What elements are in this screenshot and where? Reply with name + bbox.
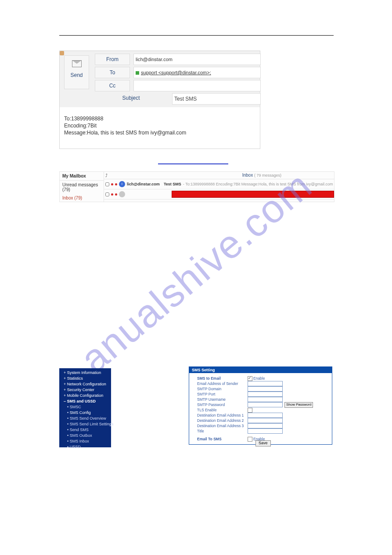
from-label-button[interactable]: From [95, 54, 130, 65]
tls-enable-checkbox[interactable] [248, 408, 252, 413]
nav-sms-send-limit[interactable]: SMS Send Limit Settings [59, 421, 111, 427]
body-line: Encoding:7Bit [64, 122, 255, 129]
nav-network-configuration[interactable]: Network Configuration [59, 381, 111, 387]
envelope-icon [72, 60, 82, 67]
to-value: support <support@dinstar.com>; [141, 70, 211, 75]
title-input[interactable] [248, 428, 283, 434]
from-field[interactable]: lich@dinstar.com [133, 54, 261, 65]
sms-to-email-enable-checkbox[interactable] [248, 376, 252, 381]
smtp-username-input[interactable] [248, 397, 283, 402]
smtp-port-label: SMTP Port [197, 392, 248, 396]
nav-security-center[interactable]: Security Center [59, 387, 111, 393]
nav-ussd[interactable]: USSD [59, 444, 111, 450]
email-composer: Send From lich@dinstar.com To support <s… [59, 51, 260, 149]
dest1-input[interactable] [248, 413, 283, 418]
body-line: To:13899998888 [64, 115, 255, 122]
nav-statistics[interactable]: Statistics [59, 376, 111, 381]
nav-routing-configuration[interactable]: Routing Configuration [59, 450, 111, 456]
dest2-input[interactable] [248, 418, 283, 423]
show-password-button[interactable]: Show Password [284, 402, 313, 408]
sidebar-item-inbox[interactable]: Inbox (79) [60, 194, 104, 202]
smtp-domain-label: SMTP Domain [197, 387, 248, 391]
nav-sms-inbox[interactable]: SMS Inbox [59, 439, 111, 444]
inbox-header-label: Inbox [242, 173, 253, 178]
unread-dot-icon [111, 193, 113, 196]
dest2-label: Destination Email Address 2 [197, 418, 248, 423]
unread-dot-icon [111, 183, 113, 185]
email-to-sms-title: Email To SMS [197, 437, 248, 441]
body-line: Message:Hola, this is test SMS from ivy@… [64, 129, 255, 136]
row-checkbox[interactable] [105, 182, 109, 186]
nav-mobile-configuration[interactable]: Mobile Configuration [59, 393, 111, 399]
nav-sms-and-ussd[interactable]: SMS and USSD [59, 399, 111, 404]
title-field-label: Title [197, 429, 248, 433]
subject-field[interactable]: Test SMS [172, 93, 261, 105]
nav-smsc[interactable]: SMSC [59, 404, 111, 410]
inbox-header-count: ( 79 messages) [254, 173, 281, 178]
tls-enable-label: TLS Enable [197, 408, 248, 412]
to-field[interactable]: support <support@dinstar.com>; [133, 67, 261, 78]
back-icon[interactable]: ⤴ [105, 173, 108, 178]
mailbox-sidebar: My Mailbox Unread messages (79) Inbox (7… [60, 172, 104, 202]
subject-label: Subject [95, 95, 167, 101]
avatar-icon [119, 191, 125, 197]
row-sender: lich@dinstar.com [127, 182, 162, 186]
mailbox-main: ⤴ Inbox ( 79 messages) l lich@dinstar.co… [104, 172, 334, 202]
smtp-port-input[interactable] [248, 392, 283, 397]
config-sidebar: System Information Statistics Network Co… [59, 368, 111, 447]
smtp-password-label: SMTP Password [197, 403, 248, 407]
dest1-label: Destination Email Address 1 [197, 413, 248, 417]
sidebar-item-unread[interactable]: Unread messages (79) [60, 181, 104, 194]
horizontal-rule [59, 35, 334, 36]
contact-chip-icon [136, 71, 139, 75]
nav-sms-send-overview[interactable]: SMS Send Overview [59, 416, 111, 421]
send-label: Send [65, 72, 89, 78]
email-sender-label: Email Address of Sender [197, 381, 248, 386]
row-checkbox[interactable] [105, 192, 109, 196]
cc-label-button[interactable]: Cc [95, 80, 130, 91]
sms-setting-header: SMS Setting [189, 367, 332, 373]
cc-field[interactable] [133, 80, 261, 91]
redaction-bar [172, 191, 334, 198]
dest3-input[interactable] [248, 423, 283, 428]
save-button[interactable]: Save [255, 440, 271, 446]
enable-label: Enable [253, 376, 265, 381]
smtp-domain-input[interactable] [248, 386, 283, 392]
flag-dot-icon [115, 193, 117, 196]
nav-manipulation-configuration[interactable]: Manipulation Configuration [59, 456, 111, 461]
smtp-username-label: SMTP Username [197, 397, 248, 402]
sms-setting-panel: SMS Setting SMS to Email Enable Email Ad… [189, 366, 332, 445]
dest3-label: Destination Email Address 3 [197, 424, 248, 428]
message-row-redacted[interactable] [104, 189, 334, 200]
email-to-sms-enable-checkbox[interactable] [248, 437, 252, 442]
contact-icon [60, 51, 64, 55]
nav-send-sms[interactable]: Send SMS [59, 427, 111, 433]
mailbox-panel: My Mailbox Unread messages (79) Inbox (7… [59, 171, 334, 202]
row-preview: - To:13899998888 Encoding:7Bit Message:H… [183, 182, 333, 186]
message-body[interactable]: To:13899998888 Encoding:7Bit Message:Hol… [60, 107, 260, 149]
link-underline [158, 163, 228, 164]
avatar-icon: l [119, 181, 125, 187]
nav-system-information[interactable]: System Information [59, 370, 111, 376]
mailbox-title: My Mailbox [60, 172, 104, 181]
smtp-password-input[interactable] [248, 402, 283, 407]
message-row[interactable]: l lich@dinstar.com Test SMS - To:1389999… [104, 179, 334, 189]
send-button[interactable]: Send [64, 55, 89, 89]
inbox-header: Inbox ( 79 messages) [242, 173, 281, 178]
to-label-button[interactable]: To [95, 67, 130, 78]
row-subject: Test SMS [164, 182, 181, 186]
mailbox-header: ⤴ Inbox ( 79 messages) [104, 172, 334, 179]
nav-sms-config[interactable]: SMS Config [59, 410, 111, 416]
email-sender-input[interactable] [248, 381, 283, 386]
flag-dot-icon [115, 183, 117, 185]
sms-to-email-title: SMS to Email [197, 376, 248, 381]
nav-sms-outbox[interactable]: SMS Outbox [59, 433, 111, 439]
